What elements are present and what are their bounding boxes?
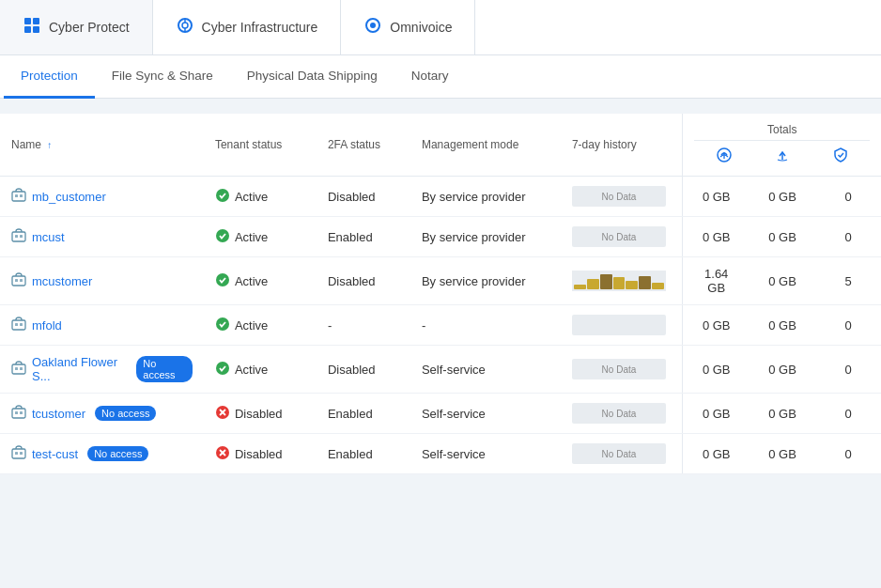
svg-point-16 <box>216 189 229 202</box>
mgmt-value-3: - <box>422 318 425 333</box>
col-header-name[interactable]: Name ↑ <box>0 114 204 177</box>
cell-history-6: No Data <box>561 434 683 474</box>
cell-total1-3: 0 GB <box>683 305 750 346</box>
history-bar-2-5 <box>639 276 651 289</box>
sub-tab-file-sync[interactable]: File Sync & Share <box>95 55 230 99</box>
cell-total2-0: 0 GB <box>750 177 815 217</box>
cell-tenant-2: Active <box>204 257 317 305</box>
sub-tabs: Protection File Sync & Share Physical Da… <box>0 55 881 99</box>
cell-2fa-5: Enabled <box>317 394 410 434</box>
tenant-status-text-3: Active <box>235 318 268 333</box>
svg-point-28 <box>216 317 229 331</box>
table-header-row: Name ↑ Tenant status 2FA status Manageme… <box>0 114 881 177</box>
no-data-box-4: No Data <box>572 359 666 379</box>
table-row: test-cust No access Disabled Enabled Sel… <box>0 434 881 474</box>
top-tab-omnivoice[interactable]: Omnivoice <box>341 0 475 54</box>
col-header-history: 7-day history <box>561 114 683 177</box>
tenant-status-text-6: Disabled <box>235 447 283 461</box>
tenant-status-text-2: Active <box>235 274 268 288</box>
tenant-status-text-5: Disabled <box>235 407 283 421</box>
col-header-2fa: 2FA status <box>317 114 410 177</box>
cell-mgmt-6: Self-service <box>410 434 561 474</box>
tenant-status-text-0: Active <box>235 190 268 204</box>
svg-rect-14 <box>15 194 18 197</box>
twofa-value-3: - <box>328 318 332 333</box>
cell-history-2 <box>561 257 683 305</box>
tenant-name-link-1[interactable]: mcust <box>32 230 65 244</box>
svg-rect-15 <box>20 194 23 197</box>
no-data-box-6: No Data <box>572 443 666 464</box>
main-content: Name ↑ Tenant status 2FA status Manageme… <box>0 99 881 586</box>
history-bars-2 <box>572 271 666 291</box>
tenant-name-link-5[interactable]: tcustomer <box>32 407 85 421</box>
cell-total2-5: 0 GB <box>750 394 815 434</box>
tenant-name-link-3[interactable]: mfold <box>32 318 62 333</box>
tenant-name-link-0[interactable]: mb_customer <box>32 190 106 204</box>
cell-history-3 <box>561 305 683 346</box>
svg-rect-33 <box>12 409 25 418</box>
cell-mgmt-3: - <box>410 305 561 346</box>
history-empty-3 <box>572 315 666 335</box>
no-data-box-1: No Data <box>572 226 666 247</box>
tenants-table: Name ↑ Tenant status 2FA status Manageme… <box>0 114 881 474</box>
table-row: mcustomer Active Disabled By service pro… <box>0 257 881 305</box>
svg-rect-3 <box>33 26 39 33</box>
tenant-status-icon-4 <box>215 361 230 379</box>
svg-point-20 <box>216 229 229 242</box>
col-header-tenant: Tenant status <box>204 114 317 177</box>
cell-total3-2: 5 <box>815 257 881 305</box>
twofa-value-2: Disabled <box>328 274 376 288</box>
cell-total2-4: 0 GB <box>750 346 815 394</box>
cell-total1-5: 0 GB <box>683 394 750 434</box>
svg-rect-25 <box>12 320 25 330</box>
svg-point-24 <box>216 273 229 286</box>
cell-tenant-4: Active <box>204 346 317 394</box>
tenant-icon-5 <box>11 405 26 423</box>
tenant-status-icon-5 <box>215 405 230 423</box>
mgmt-value-4: Self-service <box>422 363 486 377</box>
no-data-box-0: No Data <box>572 186 666 207</box>
no-access-badge-5: No access <box>95 406 156 421</box>
sub-tab-protection[interactable]: Protection <box>4 55 95 99</box>
twofa-value-1: Enabled <box>328 230 373 244</box>
svg-rect-17 <box>12 232 25 241</box>
history-bar-2-4 <box>626 281 638 289</box>
mgmt-value-2: By service provider <box>422 274 526 288</box>
tenant-name-link-2[interactable]: mcustomer <box>32 274 92 288</box>
tenant-icon-4 <box>11 361 26 379</box>
tenant-status-text-4: Active <box>235 363 268 377</box>
svg-rect-34 <box>15 411 18 414</box>
cell-total1-0: 0 GB <box>683 177 750 217</box>
cell-total2-2: 0 GB <box>750 257 815 305</box>
table-row: tcustomer No access Disabled Enabled Sel… <box>0 394 881 434</box>
svg-rect-29 <box>12 364 25 374</box>
sub-tab-physical-data[interactable]: Physical Data Shipping <box>230 55 394 99</box>
svg-rect-19 <box>20 235 23 238</box>
cell-history-4: No Data <box>561 346 683 394</box>
svg-rect-41 <box>20 452 23 455</box>
svg-rect-31 <box>20 367 23 370</box>
tenant-icon-0 <box>11 188 26 206</box>
tenant-name-link-4[interactable]: Oakland Flower S... <box>32 355 127 383</box>
cyber-infrastructure-icon <box>176 16 194 39</box>
cell-mgmt-1: By service provider <box>410 217 561 257</box>
cyber-infrastructure-label: Cyber Infrastructure <box>202 20 318 35</box>
cyber-protect-label: Cyber Protect <box>49 20 130 35</box>
top-tab-cyber-protect[interactable]: Cyber Protect <box>0 0 153 54</box>
table-row: mfold Active - - 0 GB0 GB0 <box>0 305 881 346</box>
cell-name-2: mcustomer <box>0 257 204 305</box>
svg-rect-39 <box>12 449 25 458</box>
col-header-totals: Totals <box>683 114 881 177</box>
tenant-icon-1 <box>11 228 26 246</box>
cell-total1-4: 0 GB <box>683 346 750 394</box>
cell-total3-3: 0 <box>815 305 881 346</box>
cell-total2-6: 0 GB <box>750 434 815 474</box>
tenant-name-link-6[interactable]: test-cust <box>32 447 78 461</box>
mgmt-value-5: Self-service <box>422 407 486 421</box>
top-tab-cyber-infrastructure[interactable]: Cyber Infrastructure <box>153 0 342 54</box>
history-bar-2-6 <box>652 283 664 289</box>
tenant-status-text-1: Active <box>235 230 268 244</box>
sub-tab-notary[interactable]: Notary <box>394 55 466 99</box>
cell-total2-3: 0 GB <box>750 305 815 346</box>
tenant-status-icon-3 <box>215 317 230 334</box>
